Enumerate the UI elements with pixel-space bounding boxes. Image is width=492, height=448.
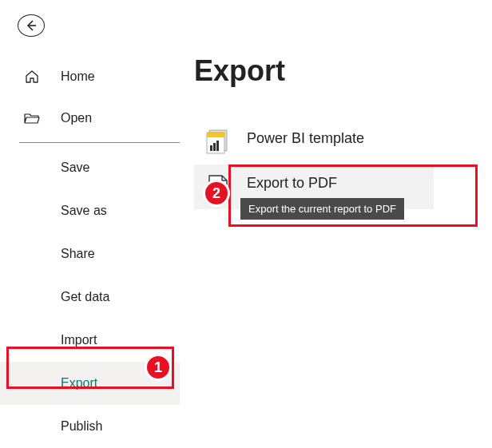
tooltip: Export the current report to PDF <box>240 198 404 220</box>
option-label: Export to PDF <box>247 172 337 192</box>
arrow-left-icon <box>25 19 38 32</box>
svg-rect-4 <box>210 145 212 151</box>
svg-rect-3 <box>207 133 224 137</box>
svg-rect-5 <box>213 143 216 151</box>
option-export-pdf[interactable]: PDF Export to PDF Export the current rep… <box>194 165 434 209</box>
nav-home[interactable]: Home <box>0 56 180 97</box>
nav-label: Save <box>61 161 89 175</box>
nav-label: Get data <box>61 290 109 304</box>
main-panel: Export Power BI template <box>180 0 492 448</box>
nav-label: Home <box>61 69 95 84</box>
svg-rect-6 <box>216 141 219 151</box>
nav-label: Save as <box>61 204 107 218</box>
option-label: Power BI template <box>247 128 364 147</box>
nav-import[interactable]: Import <box>0 319 180 362</box>
home-icon <box>22 69 42 85</box>
option-powerbi-template[interactable]: Power BI template <box>194 120 434 165</box>
nav-get-data[interactable]: Get data <box>0 276 180 319</box>
back-button[interactable] <box>18 14 45 37</box>
page-title: Export <box>194 54 492 88</box>
nav-label: Export <box>61 376 97 391</box>
nav-open[interactable]: Open <box>0 97 180 139</box>
nav-label: Open <box>61 111 92 125</box>
svg-text:PDF: PDF <box>208 187 221 194</box>
nav-save[interactable]: Save <box>0 146 180 189</box>
nav-label: Import <box>61 333 97 347</box>
nav-share[interactable]: Share <box>0 232 180 276</box>
nav-save-as[interactable]: Save as <box>0 189 180 232</box>
pdf-icon: PDF <box>204 172 232 201</box>
nav-export[interactable]: Export <box>0 362 180 405</box>
sidebar: Home Open Save Save as Share Get data Im… <box>0 0 180 448</box>
template-icon <box>204 128 232 157</box>
nav-label: Share <box>61 247 95 261</box>
divider <box>19 142 180 143</box>
folder-open-icon <box>22 110 42 126</box>
nav-label: Publish <box>61 419 102 434</box>
nav-publish[interactable]: Publish <box>0 405 180 448</box>
